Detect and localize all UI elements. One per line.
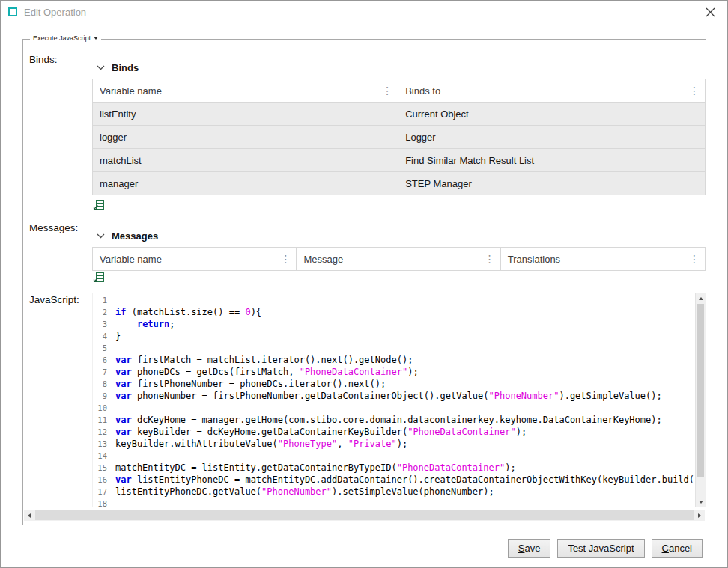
export-to-excel-icon	[93, 199, 105, 211]
binds-cell-binds-to[interactable]: Find Similar Match Result List	[398, 149, 706, 172]
code-line[interactable]: listEntityPhoneDC.getValue("PhoneNumber"…	[115, 486, 694, 498]
code-line[interactable]: var dcKeyHome = manager.getHome(com.stib…	[115, 414, 694, 426]
code-line[interactable]: var firstMatch = matchList.iterator().ne…	[115, 354, 694, 366]
chevron-down-icon	[97, 233, 105, 239]
export-to-excel-icon	[93, 272, 105, 284]
triangle-up-icon	[699, 297, 703, 300]
messages-section-toggle[interactable]: Messages	[97, 228, 158, 243]
scrollbar-thumb[interactable]	[697, 304, 704, 477]
line-number: 3	[93, 318, 107, 330]
chevron-down-icon	[97, 65, 105, 70]
column-menu-icon[interactable]: ⋮	[688, 85, 700, 96]
column-menu-icon[interactable]: ⋮	[381, 85, 393, 96]
binds-cell-binds-to[interactable]: Current Object	[398, 103, 706, 126]
scroll-down-button[interactable]	[696, 497, 706, 507]
close-button[interactable]	[700, 3, 720, 21]
column-header-label: Binds to	[405, 85, 440, 97]
line-number: 6	[93, 354, 107, 366]
messages-column-variable-name[interactable]: Variable name ⋮	[93, 248, 297, 271]
scrollbar-thumb[interactable]	[35, 510, 694, 520]
column-header-label: Variable name	[100, 254, 162, 265]
scroll-right-button[interactable]	[694, 510, 705, 521]
line-number: 2	[93, 306, 107, 318]
scroll-left-button[interactable]	[24, 510, 34, 521]
code-line[interactable]: matchEntityDC = listEntity.getDataContai…	[115, 462, 694, 474]
code-line[interactable]	[115, 342, 694, 354]
code-line[interactable]: keyBuilder.withAttributeValue("PhoneType…	[115, 438, 694, 450]
code-line[interactable]: var keyBuilder = dcKeyHome.getDataContai…	[115, 426, 694, 438]
line-number: 15	[93, 462, 107, 474]
line-number: 14	[93, 450, 107, 462]
binds-field-label: Binds:	[29, 54, 58, 65]
code-line[interactable]: var listEntityPhoneDC = matchEntityDC.ad…	[115, 474, 694, 486]
line-number: 8	[93, 378, 107, 390]
binds-cell-variable[interactable]: manager	[93, 172, 398, 195]
line-number: 10	[93, 402, 107, 414]
javascript-field-label: JavaScript:	[29, 294, 79, 305]
code-line[interactable]: if (matchList.size() == 0){	[115, 306, 694, 318]
binds-cell-variable[interactable]: logger	[93, 126, 398, 149]
column-menu-icon[interactable]: ⋮	[279, 254, 291, 264]
javascript-editor[interactable]: 123456789101112131415161718 if (matchLis…	[92, 293, 706, 507]
line-number: 16	[93, 474, 107, 486]
column-menu-icon[interactable]: ⋮	[484, 254, 496, 264]
line-number: 5	[93, 342, 107, 354]
title-bar: Edit Operation	[1, 1, 727, 23]
binds-section-toggle[interactable]: Binds	[97, 60, 139, 75]
line-number: 18	[93, 498, 107, 507]
column-header-label: Variable name	[100, 85, 162, 97]
binds-cell-binds-to[interactable]: Logger	[398, 126, 706, 149]
export-to-excel-button[interactable]	[92, 198, 106, 212]
column-header-label: Translations	[508, 254, 560, 265]
table-row[interactable]: matchList Find Similar Match Result List	[93, 149, 706, 172]
operation-type-dropdown[interactable]: Execute JavaScript	[30, 34, 101, 42]
binds-cell-binds-to[interactable]: STEP Manager	[398, 172, 706, 195]
editor-vertical-scrollbar[interactable]	[695, 293, 705, 507]
code-line[interactable]: var firstPhoneNumber = phoneDCs.iterator…	[115, 378, 694, 390]
messages-section-title: Messages	[112, 230, 158, 242]
messages-column-message[interactable]: Message ⋮	[297, 248, 500, 271]
binds-cell-variable[interactable]: listEntity	[93, 103, 398, 126]
code-line[interactable]	[115, 294, 694, 306]
line-number: 12	[93, 426, 107, 438]
column-menu-icon[interactable]: ⋮	[688, 254, 700, 264]
code-line[interactable]	[115, 402, 694, 414]
binds-section-title: Binds	[112, 62, 139, 73]
code-line[interactable]: return;	[115, 318, 694, 330]
line-number: 17	[93, 486, 107, 498]
messages-column-translations[interactable]: Translations ⋮	[500, 248, 705, 271]
cancel-button[interactable]: Cancel	[652, 539, 703, 558]
table-row[interactable]: logger Logger	[93, 126, 706, 149]
binds-cell-variable[interactable]: matchList	[93, 149, 398, 172]
scroll-up-button[interactable]	[696, 293, 706, 303]
table-row[interactable]: listEntity Current Object	[93, 103, 706, 126]
test-javascript-button[interactable]: Test JavaScript	[557, 539, 644, 558]
line-number: 7	[93, 366, 107, 378]
export-to-excel-button[interactable]	[92, 271, 106, 284]
line-number: 1	[93, 294, 107, 306]
messages-field-label: Messages:	[29, 222, 78, 233]
pane-horizontal-scrollbar[interactable]	[24, 510, 705, 521]
line-number: 11	[93, 414, 107, 426]
messages-table: Variable name ⋮ Message ⋮	[92, 247, 706, 271]
save-button[interactable]: Save	[508, 539, 551, 558]
code-line[interactable]: var phoneNumber = firstPhoneNumber.getDa…	[115, 390, 694, 402]
code-line[interactable]: }	[115, 330, 694, 342]
line-number: 4	[93, 330, 107, 342]
edit-operation-dialog: Edit Operation Execute JavaScript Binds:…	[0, 0, 728, 568]
code-line[interactable]	[115, 498, 694, 507]
code-line[interactable]: var phoneDCs = getDcs(firstMatch, "Phone…	[115, 366, 694, 378]
triangle-right-icon	[698, 513, 701, 518]
editor-gutter: 123456789101112131415161718	[93, 293, 111, 507]
javascript-code[interactable]: if (matchList.size() == 0){ return;} var…	[111, 293, 705, 507]
operation-type-label: Execute JavaScript	[33, 34, 91, 42]
binds-table: Variable name ⋮ Binds to ⋮	[92, 79, 706, 195]
window-title: Edit Operation	[24, 7, 86, 18]
binds-column-binds-to[interactable]: Binds to ⋮	[398, 79, 706, 103]
triangle-left-icon	[28, 513, 31, 518]
table-row[interactable]: manager STEP Manager	[93, 172, 706, 195]
binds-column-variable-name[interactable]: Variable name ⋮	[93, 79, 398, 103]
triangle-down-icon	[699, 501, 703, 504]
line-number: 9	[93, 390, 107, 402]
code-line[interactable]	[115, 450, 694, 462]
